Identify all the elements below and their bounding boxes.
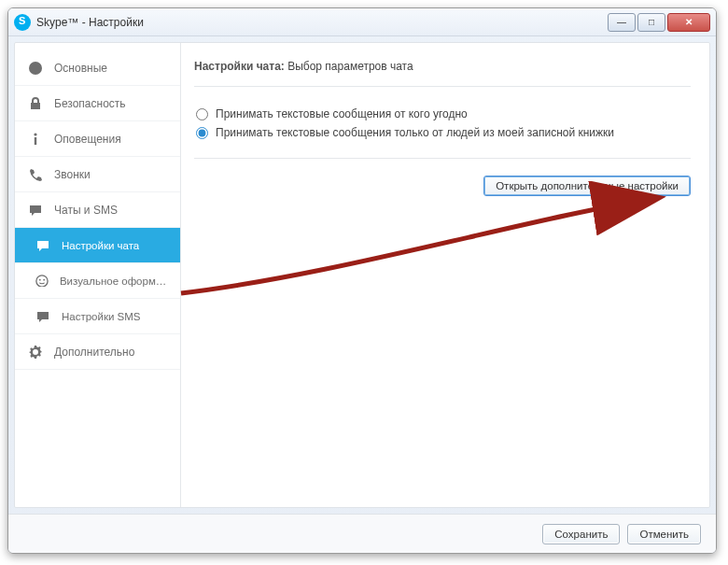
svg-point-0 [29,62,42,75]
annotation-arrow [172,181,694,312]
skype-icon [14,14,31,31]
footer: Сохранить Отменить [8,514,716,553]
gear-icon [28,345,43,360]
sidebar-item-chat-settings[interactable]: Настройки чата [15,228,180,263]
sidebar-item-general[interactable]: Основные [15,50,180,86]
sidebar-item-label: Безопасность [54,97,126,110]
sidebar-item-label: Звонки [54,168,91,181]
sidebar-item-label: Визуальное оформлен... [60,275,167,287]
window-body: Основные Безопасность Оповещения Звонки [14,42,710,508]
pane-heading-strong: Настройки чата: [194,60,285,73]
radio-anyone-label: Принимать текстовые сообщения от кого уг… [216,107,468,120]
svg-point-5 [43,278,45,280]
close-button[interactable]: ✕ [667,13,710,32]
chat-icon [35,238,50,253]
sidebar-item-notifications[interactable]: Оповещения [15,121,180,157]
cancel-button[interactable]: Отменить [627,524,701,544]
svg-point-4 [39,278,41,280]
radio-anyone-input[interactable] [196,108,208,120]
sidebar: Основные Безопасность Оповещения Звонки [15,43,181,507]
titlebar: Skype™ - Настройки — □ ✕ [8,8,716,36]
phone-icon [28,167,43,182]
radio-contacts-label: Принимать текстовые сообщения только от … [216,126,614,139]
pane-heading-rest: Выбор параметров чата [285,60,413,73]
sidebar-item-label: Настройки чата [62,240,139,251]
sidebar-item-label: Дополнительно [54,346,134,359]
minimize-button[interactable]: — [608,13,636,32]
sidebar-item-label: Чаты и SMS [54,204,118,217]
window-title: Skype™ - Настройки [36,16,144,29]
open-advanced-button[interactable]: Открыть дополнительные настройки [483,176,691,196]
svg-point-1 [34,133,36,135]
sidebar-item-label: Основные [54,62,107,75]
sidebar-item-sms-settings[interactable]: Настройки SMS [15,299,180,334]
settings-window: Skype™ - Настройки — □ ✕ Основные Безопа… [7,7,717,554]
svg-rect-2 [35,137,36,145]
sidebar-item-calls[interactable]: Звонки [15,157,180,192]
receive-options: Принимать текстовые сообщения от кого уг… [194,87,691,159]
smiley-icon [35,274,49,289]
radio-contacts-only[interactable]: Принимать текстовые сообщения только от … [196,126,689,139]
pane-heading: Настройки чата: Выбор параметров чата [194,60,691,87]
sidebar-item-appearance[interactable]: Визуальное оформлен... [15,263,180,299]
skype-small-icon [28,61,43,76]
main-pane: Настройки чата: Выбор параметров чата Пр… [181,43,709,507]
sidebar-item-chats-sms[interactable]: Чаты и SMS [15,192,180,228]
info-icon [28,132,43,147]
sidebar-item-label: Настройки SMS [62,311,141,322]
maximize-button[interactable]: □ [637,13,665,32]
radio-contacts-input[interactable] [196,127,208,139]
sms-icon [35,309,50,324]
sidebar-item-advanced[interactable]: Дополнительно [15,334,180,370]
save-button[interactable]: Сохранить [542,524,620,544]
svg-point-3 [36,275,48,286]
sidebar-item-label: Оповещения [54,133,121,146]
radio-anyone[interactable]: Принимать текстовые сообщения от кого уг… [196,107,689,120]
chat-bubble-icon [28,203,43,218]
advanced-button-row: Открыть дополнительные настройки [194,159,691,196]
lock-icon [28,96,43,111]
sidebar-item-security[interactable]: Безопасность [15,86,180,121]
